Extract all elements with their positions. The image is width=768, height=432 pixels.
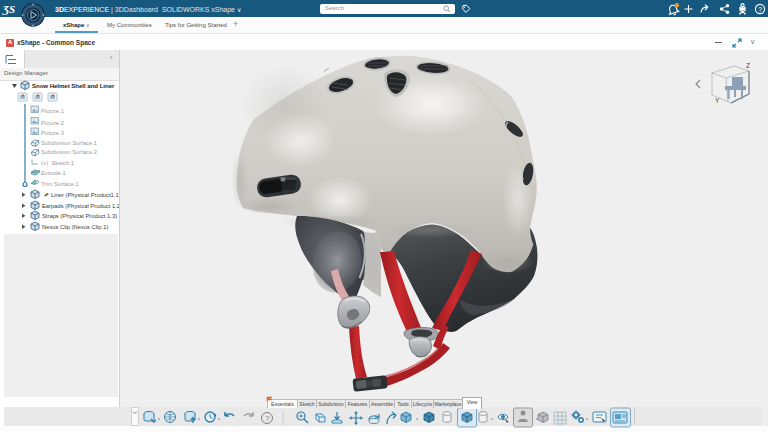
svg-text:Subdivision Surface.2: Subdivision Surface.2 — [41, 149, 97, 155]
svg-text:Trim Surface.1: Trim Surface.1 — [41, 181, 79, 187]
svg-text:Picture.2: Picture.2 — [41, 120, 64, 126]
svg-text:Y: Y — [715, 97, 720, 104]
svg-text:Z: Z — [746, 62, 750, 69]
svg-text:Extrude.1: Extrude.1 — [41, 170, 66, 176]
svg-text:?: ? — [265, 414, 270, 423]
svg-text:Liner (Physical Product1.1): Liner (Physical Product1.1) — [51, 192, 119, 198]
svg-text:Nexus Clip (Nexus Clip.1): Nexus Clip (Nexus Clip.1) — [42, 224, 108, 230]
svg-text:Subdivision Surface.1: Subdivision Surface.1 — [41, 140, 97, 146]
svg-text:Picture.3: Picture.3 — [41, 130, 64, 136]
svg-text:Earpads (Physical Product 1.2): Earpads (Physical Product 1.2) — [42, 203, 119, 209]
svg-text:Straps (Physical Product 1.3): Straps (Physical Product 1.3) — [42, 213, 117, 219]
svg-text:ƷS: ƷS — [2, 3, 15, 15]
svg-text:(+) Sketch.1: (+) Sketch.1 — [41, 160, 74, 166]
svg-text:?: ? — [758, 5, 762, 14]
svg-text:Picture.1: Picture.1 — [41, 108, 64, 114]
